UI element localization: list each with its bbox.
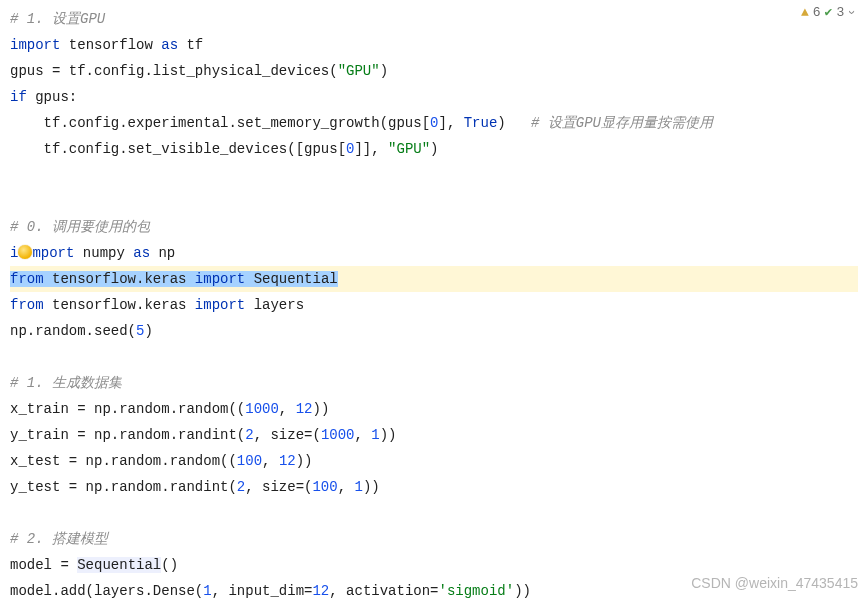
comment: # 1. 生成数据集: [10, 375, 122, 391]
code-line[interactable]: x_test = np.random.random((100, 12)): [10, 448, 858, 474]
code-line[interactable]: import numpy as np: [10, 240, 858, 266]
ok-icon: ✔: [825, 6, 833, 19]
code-line-highlighted[interactable]: from tensorflow.keras import Sequential: [10, 266, 858, 292]
blank-line[interactable]: [10, 344, 858, 370]
code-line[interactable]: # 1. 生成数据集: [10, 370, 858, 396]
warning-count: 6: [813, 6, 821, 19]
code-line[interactable]: import tensorflow as tf: [10, 32, 858, 58]
code-editor[interactable]: # 1. 设置GPU import tensorflow as tf gpus …: [10, 6, 858, 604]
code-line[interactable]: # 1. 设置GPU: [10, 6, 858, 32]
comment: # 2. 搭建模型: [10, 531, 108, 547]
code-line[interactable]: model = Sequential(): [10, 552, 858, 578]
inspections-summary[interactable]: ▲ 6 ✔ 3 ›: [801, 6, 856, 19]
warning-icon: ▲: [801, 6, 809, 19]
code-line[interactable]: np.random.seed(5): [10, 318, 858, 344]
code-line[interactable]: tf.config.set_visible_devices([gpus[0]],…: [10, 136, 858, 162]
intention-bulb-icon[interactable]: [18, 245, 32, 259]
code-line[interactable]: # 2. 搭建模型: [10, 526, 858, 552]
code-line[interactable]: x_train = np.random.random((1000, 12)): [10, 396, 858, 422]
code-line[interactable]: if gpus:: [10, 84, 858, 110]
code-line[interactable]: # 0. 调用要使用的包: [10, 214, 858, 240]
blank-line[interactable]: [10, 500, 858, 526]
blank-line[interactable]: [10, 188, 858, 214]
comment: # 1. 设置GPU: [10, 11, 105, 27]
code-line[interactable]: y_test = np.random.randint(2, size=(100,…: [10, 474, 858, 500]
blank-line[interactable]: [10, 162, 858, 188]
more-icon[interactable]: ›: [846, 9, 859, 17]
code-line[interactable]: y_train = np.random.randint(2, size=(100…: [10, 422, 858, 448]
comment: # 0. 调用要使用的包: [10, 219, 150, 235]
code-line[interactable]: from tensorflow.keras import layers: [10, 292, 858, 318]
code-line[interactable]: gpus = tf.config.list_physical_devices("…: [10, 58, 858, 84]
ok-count: 3: [836, 6, 844, 19]
code-line[interactable]: tf.config.experimental.set_memory_growth…: [10, 110, 858, 136]
code-line[interactable]: model.add(layers.Dense(1, input_dim=12, …: [10, 578, 858, 604]
